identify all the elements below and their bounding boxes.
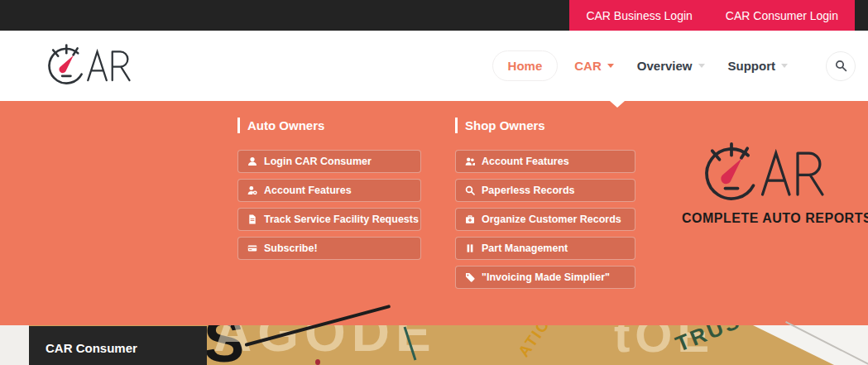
nav-car-label: CAR: [574, 59, 602, 73]
menu-item-track-service-requests[interactable]: Track Service Facility Requests: [237, 208, 421, 231]
menu-item-label: Paperless Records: [482, 185, 575, 196]
menu-item-organize-customer-records[interactable]: Organize Customer Records: [455, 208, 635, 231]
nav-item-support[interactable]: Support: [728, 59, 789, 73]
file-icon: [247, 214, 257, 224]
menu-item-login-car-consumer[interactable]: Login CAR Consumer: [237, 150, 421, 173]
panel-title: CAR Consumer: [46, 341, 207, 355]
hero-collage-word-orange: ATIONS?: [515, 325, 575, 361]
auto-owners-title: Auto Owners: [237, 118, 426, 133]
chevron-down-icon: [607, 64, 614, 68]
dropdown-notch: [610, 101, 625, 108]
search-icon: [465, 185, 475, 195]
navbar: Home CAR Overview Support: [0, 31, 868, 101]
chevron-down-icon: [698, 64, 705, 68]
nav-item-car[interactable]: CAR: [574, 59, 614, 73]
hero-collage-mark: [315, 359, 320, 365]
brand-wordmark: COMPLETE AUTO REPORTS: [682, 211, 847, 226]
car-consumer-panel: CAR Consumer: [29, 326, 207, 365]
search-icon: [835, 60, 847, 72]
menu-item-label: Part Management: [482, 243, 568, 254]
nav-support-label: Support: [728, 59, 776, 73]
nav-menu: Home CAR Overview Support: [492, 50, 856, 81]
menu-item-label: Account Features: [482, 156, 569, 167]
menu-item-subscribe[interactable]: Subscribe!: [237, 237, 421, 260]
pause-icon: [465, 243, 475, 253]
page: CAR Business Login CAR Consumer Login: [0, 0, 868, 365]
car-gauge-logo-icon: [46, 43, 132, 89]
nav-home-label: Home: [508, 59, 543, 73]
menu-item-label: Login CAR Consumer: [264, 156, 372, 167]
brand-block: COMPLETE AUTO REPORTS: [682, 141, 847, 226]
consumer-login-button[interactable]: CAR Consumer Login: [709, 0, 855, 31]
menu-item-label: Track Service Facility Requests: [264, 214, 419, 225]
menu-item-part-management[interactable]: Part Management: [455, 237, 635, 260]
menu-item-label: Organize Customer Records: [482, 214, 621, 225]
nav-item-overview[interactable]: Overview: [637, 59, 705, 73]
nav-overview-label: Overview: [637, 59, 693, 73]
tag-icon: [465, 272, 475, 282]
shop-owners-title: Shop Owners: [455, 118, 640, 133]
menu-item-label: Subscribe!: [264, 243, 318, 254]
hero-collage-letter: S: [204, 325, 244, 365]
hero-paper-corner-left: [0, 325, 29, 365]
menu-item-label: Account Features: [264, 185, 352, 196]
hero-collage-word-green: TRUST: [672, 325, 760, 358]
menu-item-account-features-shop[interactable]: Account Features: [455, 150, 635, 173]
search-button[interactable]: [826, 51, 856, 81]
user-gear-icon: [247, 185, 257, 195]
car-gauge-logo-large-icon: [703, 191, 827, 205]
auto-owners-column: Auto Owners Login CAR Consumer: [237, 118, 426, 266]
menu-item-account-features-auto[interactable]: Account Features: [237, 179, 421, 202]
business-login-button[interactable]: CAR Business Login: [569, 0, 708, 31]
users-icon: [465, 156, 475, 166]
login-button-group: CAR Business Login CAR Consumer Login: [569, 0, 855, 31]
hero-collage-word-faint: tOE: [614, 325, 714, 363]
menu-item-invoicing-made-simplier[interactable]: "Invoicing Made Simplier": [455, 266, 635, 289]
car-mega-dropdown: Auto Owners Login CAR Consumer: [0, 101, 868, 325]
chevron-down-icon: [781, 64, 788, 68]
top-bar: CAR Business Login CAR Consumer Login: [0, 0, 868, 31]
user-icon: [247, 156, 257, 166]
nav-item-home[interactable]: Home: [492, 50, 559, 81]
menu-item-paperless-records[interactable]: Paperless Records: [455, 179, 635, 202]
menu-item-label: "Invoicing Made Simplier": [482, 271, 610, 283]
card-icon: [247, 243, 257, 253]
briefcase-plus-icon: [465, 214, 475, 224]
logo-link[interactable]: [46, 43, 132, 89]
shop-owners-column: Shop Owners Account Features: [455, 118, 640, 295]
